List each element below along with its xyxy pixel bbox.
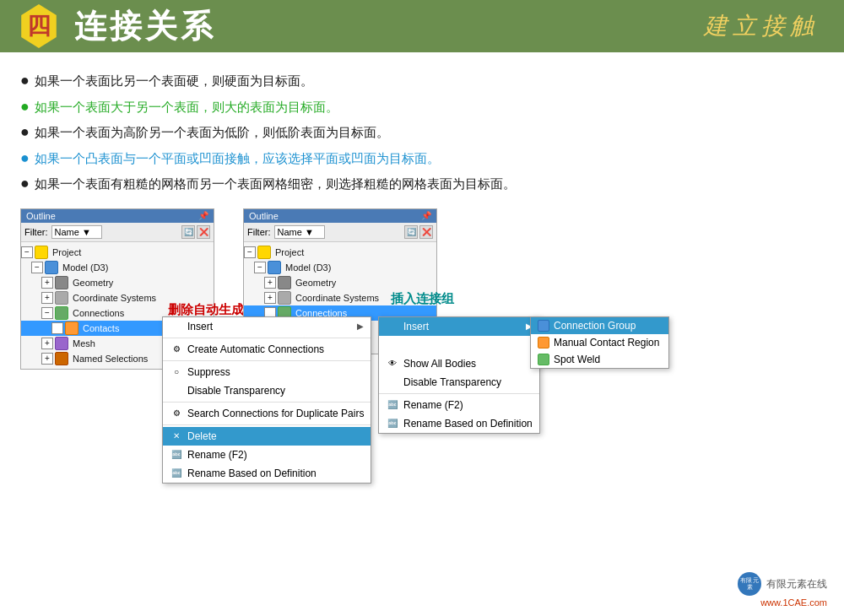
menu-item[interactable]: Insert▶: [379, 317, 539, 336]
tree-node-label: Model (D3): [61, 262, 108, 273]
bullet-text: 如果一个表面比另一个表面硬，则硬面为目标面。: [35, 70, 313, 92]
menu-item[interactable]: ⚙Create Automatic Connections: [163, 340, 371, 359]
menu-item[interactable]: 🔤Rename Based on Definition: [163, 464, 371, 483]
bullet-item: ●如果一个凸表面与一个平面或凹面接触，应该选择平面或凹面为目标面。: [20, 145, 824, 171]
menu-item[interactable]: 🔤Rename Based on Definition: [379, 414, 539, 433]
tree-node-icon: [278, 291, 291, 305]
right-first-menu: Insert▶👁Show All BodiesDisable Transpare…: [378, 316, 540, 434]
tree-node-label: Mesh: [71, 338, 95, 349]
filter-dropdown[interactable]: Name ▼: [51, 225, 102, 239]
menu-item-label: Rename Based on Definition: [403, 418, 533, 430]
pin-icon[interactable]: 📌: [421, 211, 431, 220]
content-area: ●如果一个表面比另一个表面硬，则硬面为目标面。●如果一个表面大于另一个表面，则大…: [0, 52, 844, 378]
refresh-icon[interactable]: 🔄: [404, 225, 418, 239]
menu-item-label: Spot Weld: [554, 354, 600, 365]
tree-node-label: Contacts: [81, 323, 119, 333]
menu-item-icon: 🔤: [386, 398, 399, 412]
footer-url: www.1CAE.com: [760, 597, 827, 608]
filter-icon-group: 🔄❌: [404, 225, 433, 239]
menu-item-label: Manual Contact Region: [554, 337, 659, 349]
filter-label: Filter:: [247, 227, 271, 237]
menu-item[interactable]: ⚙Search Connections for Duplicate Pairs: [163, 404, 371, 423]
menu-item[interactable]: ○Suppress: [163, 363, 371, 381]
filter-dropdown[interactable]: Name ▼: [274, 225, 325, 239]
annotation-right: 插入连接组: [391, 291, 454, 307]
tree-expand-btn[interactable]: −: [21, 246, 33, 258]
outline-title: Outline: [249, 211, 279, 221]
tree-node-label: Model (D3): [284, 262, 331, 273]
menu-item-icon: 🔤: [386, 417, 399, 430]
section-badge: 四: [17, 4, 61, 48]
menu-item-label: Disable Transparency: [403, 376, 501, 388]
tree-expand-btn[interactable]: −: [31, 262, 43, 273]
tree-expand-btn[interactable]: +: [41, 292, 53, 304]
bullet-dot: ●: [20, 94, 30, 120]
bullet-list: ●如果一个表面比另一个表面硬，则硬面为目标面。●如果一个表面大于另一个表面，则大…: [20, 68, 824, 197]
tree-expand-btn[interactable]: −: [244, 246, 256, 258]
bullet-item: ●如果一个表面大于另一个表面，则大的表面为目标面。: [20, 94, 824, 120]
menu-item-label: Show All Bodies: [403, 358, 476, 370]
menu-item-label: Create Automatic Connections: [187, 343, 324, 355]
menu-item[interactable]: ✕Delete: [163, 427, 371, 446]
tree-item[interactable]: −Model (D3): [21, 260, 214, 275]
tree-expand-btn[interactable]: −: [41, 307, 53, 319]
menu-item-label: Search Connections for Duplicate Pairs: [187, 408, 364, 419]
outline-title: Outline: [26, 211, 56, 221]
menu-item[interactable]: Connection Group: [531, 317, 668, 334]
tree-expand-btn[interactable]: −: [254, 262, 266, 273]
tree-item[interactable]: +Geometry: [244, 275, 436, 290]
tree-item[interactable]: −Model (D3): [244, 260, 436, 275]
tree-node-icon: [257, 246, 271, 259]
menu-item[interactable]: Manual Contact Region: [531, 334, 668, 351]
menu-item[interactable]: Disable Transparency: [379, 373, 539, 392]
tree-expand-btn[interactable]: +: [264, 277, 276, 289]
footer: 有限 元素 有限元素在线 www.1CAE.com: [738, 572, 827, 608]
clear-icon[interactable]: ❌: [419, 225, 433, 239]
menu-item-label: Insert: [403, 321, 429, 332]
tree-expand-btn[interactable]: +: [41, 277, 53, 289]
tree-item[interactable]: −Project: [244, 245, 436, 260]
menu-item-icon: [538, 320, 549, 332]
menu-item[interactable]: 👁Show All Bodies: [379, 354, 539, 373]
tree-node-icon: [55, 306, 68, 320]
tree-node-label: Coordinate Systems: [71, 293, 156, 303]
menu-item[interactable]: 🔤Rename (F2): [163, 446, 371, 464]
tree-node-icon: [65, 322, 78, 335]
menu-item-icon: [538, 354, 549, 365]
tree-expand-btn[interactable]: +: [41, 353, 53, 365]
tree-expand-btn[interactable]: +: [51, 322, 63, 334]
submenu-arrow: ▶: [357, 322, 364, 331]
filter-label: Filter:: [24, 227, 48, 237]
left-block: Outline📌Filter:Name ▼🔄❌−Project−Model (D…: [20, 208, 214, 370]
tree-item[interactable]: −Project: [21, 245, 214, 260]
tree-node-icon: [45, 261, 58, 274]
refresh-icon[interactable]: 🔄: [181, 225, 195, 239]
tree-node-icon: [55, 291, 68, 305]
menu-item-label: Suppress: [187, 366, 230, 378]
pin-icon[interactable]: 📌: [198, 211, 208, 220]
header-subtitle: 建立接触: [704, 10, 819, 42]
menu-item-icon: ○: [170, 365, 183, 379]
bullet-dot: ●: [20, 145, 30, 171]
menu-item[interactable]: Insert▶: [163, 317, 371, 336]
tree-node-label: Geometry: [71, 278, 113, 288]
menu-item-label: Connection Group: [554, 320, 636, 332]
tree-expand-btn[interactable]: +: [41, 338, 53, 349]
tree-expand-btn[interactable]: +: [264, 292, 276, 304]
clear-icon[interactable]: ❌: [197, 225, 210, 239]
tree-node-label: Coordinate Systems: [294, 293, 379, 303]
menu-separator: [163, 338, 371, 338]
menu-separator: [163, 360, 371, 361]
bullet-text: 如果一个表面大于另一个表面，则大的表面为目标面。: [35, 96, 338, 118]
menu-item[interactable]: 🔤Rename (F2): [379, 396, 539, 414]
menu-item-icon: 🔤: [170, 467, 183, 480]
menu-item-icon: [386, 320, 399, 333]
menu-separator: [163, 402, 371, 403]
tree-item[interactable]: +Geometry: [21, 275, 214, 290]
bullet-dot: ●: [20, 170, 30, 197]
menu-item[interactable]: [379, 336, 539, 354]
menu-item[interactable]: Spot Weld: [531, 351, 668, 368]
menu-item[interactable]: Disable Transparency: [163, 381, 371, 400]
tree-node-label: Project: [51, 247, 81, 257]
menu-item-label: Disable Transparency: [187, 385, 285, 397]
